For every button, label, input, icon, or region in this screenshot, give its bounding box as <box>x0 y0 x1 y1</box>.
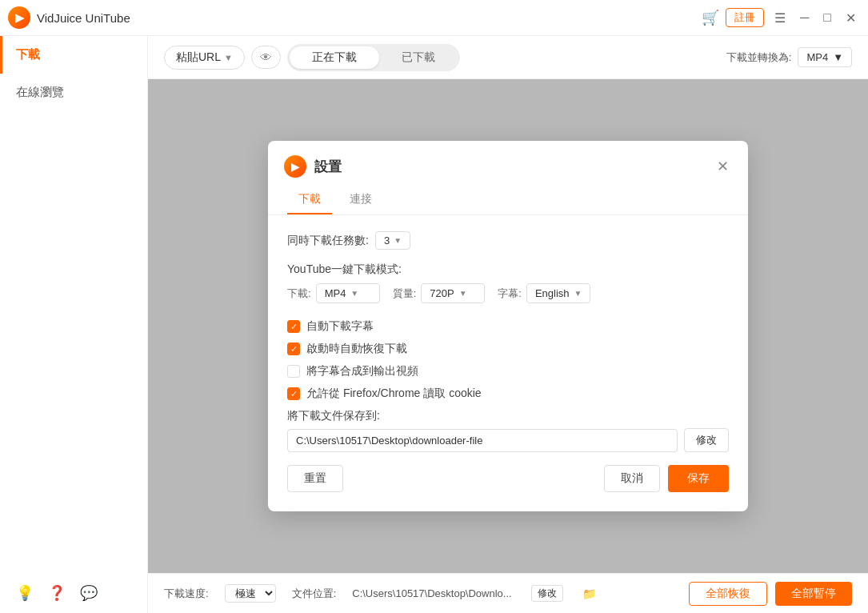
yt-quality-select[interactable]: 720P ▼ <box>421 283 485 303</box>
yt-format-select[interactable]: MP4 ▼ <box>316 283 380 303</box>
yt-mode-section: YouTube一鍵下載模式: 下載: MP4 ▼ 質量: <box>287 262 729 306</box>
convert-label: 下載並轉換為: <box>726 50 792 65</box>
format-arrow-icon: ▼ <box>833 51 843 63</box>
settings-modal: ▶ 設置 ✕ 下載 連接 同時下載任務數: <box>268 141 748 511</box>
register-button[interactable]: 註冊 <box>726 8 764 27</box>
app-logo: ▶ <box>8 6 30 29</box>
yt-subtitle-group: 字幕: English ▼ <box>498 283 590 303</box>
cb-auto-resume-label: 啟動時自動恢復下載 <box>306 342 407 356</box>
format-select[interactable]: MP4 ▼ <box>798 47 852 67</box>
modal-footer: 重置 取消 保存 <box>268 465 748 492</box>
yt-dl-row: 下載: MP4 ▼ 質量: 720P ▼ <box>287 283 590 303</box>
sidebar-bottom: 💡 ❓ 💬 <box>0 573 147 613</box>
speed-select[interactable]: 極速 <box>225 584 276 603</box>
yt-format-arrow-icon: ▼ <box>350 289 358 298</box>
checkbox-merge-subtitle: 將字幕合成到輸出視頻 <box>287 364 729 379</box>
concurrent-row: 同時下載任務數: 3 ▼ <box>287 231 729 250</box>
folder-icon[interactable]: 📁 <box>582 587 596 600</box>
sidebar-item-download[interactable]: 下載 <box>0 36 147 74</box>
yt-subtitle-select[interactable]: English ▼ <box>526 283 591 303</box>
cb-allow-cookie-label: 允許從 Firefox/Chrome 讀取 cookie <box>306 387 482 401</box>
modal-tab-download[interactable]: 下載 <box>287 186 332 214</box>
toolbar: 粘貼URL ▼ 👁 正在下載 已下載 下載並轉換為: MP4 ▼ <box>148 36 868 79</box>
cb-allow-cookie[interactable] <box>287 387 300 400</box>
download-tab-group: 正在下載 已下載 <box>287 44 460 71</box>
tab-downloading[interactable]: 正在下載 <box>290 46 379 69</box>
yt-quality-label: 質量: <box>393 286 417 301</box>
toolbar-right: 下載並轉換為: MP4 ▼ <box>726 47 852 67</box>
concurrent-label: 同時下載任務數: <box>287 234 369 248</box>
yt-dl-label: 下載: <box>287 286 311 301</box>
save-path-modify-button[interactable]: 修改 <box>684 428 729 452</box>
toolbar-left: 粘貼URL ▼ 👁 正在下載 已下載 <box>164 44 460 71</box>
tab-downloaded[interactable]: 已下載 <box>379 46 458 69</box>
checkbox-allow-cookie: 允許從 Firefox/Chrome 讀取 cookie <box>287 387 729 401</box>
sidebar-download-label: 下載 <box>16 47 40 61</box>
save-button[interactable]: 保存 <box>668 465 729 492</box>
yt-mode-label: YouTube一鍵下載模式: <box>287 262 402 277</box>
modal-logo: ▶ <box>284 155 306 178</box>
main-area: 粘貼URL ▼ 👁 正在下載 已下載 下載並轉換為: MP4 ▼ <box>148 36 868 613</box>
modal-header-left: ▶ 設置 <box>284 155 342 178</box>
paste-url-label: 粘貼URL <box>176 50 221 65</box>
save-path-input-row: 修改 <box>287 428 729 452</box>
location-modify-button[interactable]: 修改 <box>531 585 563 602</box>
modal-header: ▶ 設置 ✕ <box>268 141 748 186</box>
modal-tab-connection[interactable]: 連接 <box>338 186 383 214</box>
sidebar-browser-label: 在線瀏覽 <box>16 85 64 98</box>
location-path: C:\Users\10517\Desktop\Downlo... <box>352 587 511 599</box>
save-path-section: 將下載文件保存到: 修改 <box>287 409 729 452</box>
save-path-label: 將下載文件保存到: <box>287 409 729 423</box>
logo-char: ▶ <box>15 11 24 24</box>
reset-button[interactable]: 重置 <box>287 465 343 492</box>
minimize-button[interactable]: ─ <box>796 10 813 25</box>
checkbox-auto-subtitle: 自動下載字幕 <box>287 319 729 334</box>
eye-button[interactable]: 👁 <box>251 46 281 69</box>
titlebar-left: ▶ VidJuice UniTube <box>8 6 130 29</box>
help-icon[interactable]: ❓ <box>48 584 66 602</box>
sidebar-item-browser[interactable]: 在線瀏覽 <box>0 74 147 111</box>
save-path-input[interactable] <box>287 429 678 452</box>
modal-close-button[interactable]: ✕ <box>717 158 729 175</box>
modal-title: 設置 <box>314 158 342 176</box>
sidebar: 下載 在線瀏覽 💡 ❓ 💬 <box>0 36 148 613</box>
yt-subtitle-arrow-icon: ▼ <box>574 289 582 298</box>
cb-merge-subtitle[interactable] <box>287 365 300 378</box>
modal-logo-char: ▶ <box>291 160 300 173</box>
cb-auto-subtitle-label: 自動下載字幕 <box>306 319 374 334</box>
chat-icon[interactable]: 💬 <box>80 584 98 602</box>
close-button[interactable]: ✕ <box>842 10 860 26</box>
cb-auto-subtitle[interactable] <box>287 320 300 333</box>
paste-url-button[interactable]: 粘貼URL ▼ <box>164 46 245 70</box>
paste-arrow-icon: ▼ <box>224 53 233 62</box>
statusbar-left: 下載速度: 極速 文件位置: C:\Users\10517\Desktop\Do… <box>164 584 596 603</box>
resume-all-button[interactable]: 全部恢復 <box>689 582 767 606</box>
format-value: MP4 <box>806 51 828 63</box>
cb-auto-resume[interactable] <box>287 343 300 355</box>
sidebar-nav: 下載 在線瀏覽 <box>0 36 147 111</box>
settings-icon[interactable]: 💡 <box>16 584 34 602</box>
maximize-button[interactable]: □ <box>819 10 835 25</box>
modal-body: 同時下載任務數: 3 ▼ YouTube一鍵下載模式: 下載: <box>268 231 748 452</box>
yt-dl-group: 下載: MP4 ▼ <box>287 283 380 303</box>
statusbar-right: 全部恢復 全部暫停 <box>689 582 852 606</box>
cancel-button[interactable]: 取消 <box>604 465 660 492</box>
concurrent-select[interactable]: 3 ▼ <box>375 231 410 250</box>
modal-tabs: 下載 連接 <box>268 186 748 215</box>
modal-overlay: ▶ 設置 ✕ 下載 連接 同時下載任務數: <box>148 79 868 573</box>
speed-label: 下載速度: <box>164 587 209 601</box>
concurrent-value: 3 <box>384 234 390 246</box>
yt-quality-group: 質量: 720P ▼ <box>393 283 486 303</box>
location-label: 文件位置: <box>292 587 337 601</box>
yt-quality-value: 720P <box>430 287 454 299</box>
menu-button[interactable]: ☰ <box>770 10 790 26</box>
pause-all-button[interactable]: 全部暫停 <box>775 582 852 606</box>
cart-icon: 🛒 <box>702 9 719 26</box>
yt-format-value: MP4 <box>325 287 346 299</box>
concurrent-arrow-icon: ▼ <box>394 236 402 245</box>
titlebar: ▶ VidJuice UniTube 🛒 註冊 ☰ ─ □ ✕ <box>0 0 868 36</box>
checkbox-auto-resume: 啟動時自動恢復下載 <box>287 342 729 356</box>
titlebar-right: 🛒 註冊 ☰ ─ □ ✕ <box>702 8 860 27</box>
yt-subtitle-label: 字幕: <box>498 286 522 301</box>
content-area: ▶ 設置 ✕ 下載 連接 同時下載任務數: <box>148 79 868 573</box>
